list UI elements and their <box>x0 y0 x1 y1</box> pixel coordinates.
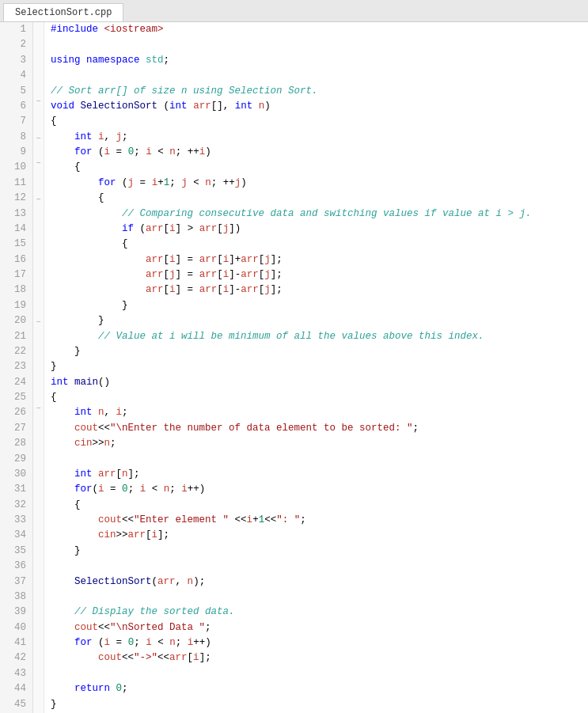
code-line: // Comparing consecutive data and switch… <box>51 207 588 222</box>
code-line: { <box>51 160 588 175</box>
fold-column: −−−−−− <box>33 22 44 713</box>
line-number: 29 <box>6 452 26 467</box>
code-line: SelectionSort(arr, n); <box>51 575 588 590</box>
fold-marker[interactable]: − <box>33 96 44 108</box>
line-number: 38 <box>6 590 26 605</box>
code-line <box>51 559 588 574</box>
code-line: arr[i] = arr[i]+arr[j]; <box>51 252 588 267</box>
fold-marker <box>33 501 44 514</box>
line-number: 39 <box>6 605 26 620</box>
line-number: 7 <box>6 114 26 129</box>
code-line: } <box>51 298 588 313</box>
line-number: 27 <box>6 421 26 436</box>
fold-marker <box>33 366 44 378</box>
line-number: 18 <box>6 283 26 298</box>
code-line: { <box>51 390 588 405</box>
fold-marker <box>33 390 44 403</box>
code-line: for (i = 0; i < n; ++i) <box>51 145 588 160</box>
code-line: } <box>51 697 588 712</box>
fold-marker <box>33 537 44 550</box>
line-number: 35 <box>6 544 26 559</box>
fold-marker[interactable]: − <box>33 157 44 170</box>
line-number: 42 <box>6 650 26 666</box>
line-number: 21 <box>6 329 26 344</box>
code-line: using namespace std; <box>51 53 588 68</box>
tab-bar: SelectionSort.cpp <box>0 0 588 22</box>
line-numbers: 1234567891011121314151617181920212223242… <box>0 22 33 713</box>
code-line: arr[j] = arr[i]-arr[j]; <box>51 267 588 283</box>
fold-marker <box>33 120 44 133</box>
line-number: 37 <box>6 575 26 590</box>
fold-marker <box>33 439 44 452</box>
line-number: 36 <box>6 559 26 574</box>
fold-marker <box>33 280 44 293</box>
line-number: 14 <box>6 222 26 237</box>
line-number: 45 <box>6 697 26 712</box>
code-line: { <box>51 498 588 513</box>
line-number: 32 <box>6 498 26 513</box>
fold-marker <box>33 292 44 305</box>
fold-marker <box>33 488 44 501</box>
line-number: 44 <box>6 681 26 696</box>
line-number: 10 <box>6 160 26 175</box>
file-tab[interactable]: SelectionSort.cpp <box>3 3 123 21</box>
fold-marker <box>33 550 44 563</box>
fold-marker <box>33 256 44 268</box>
code-line: for (j = i+1; j < n; ++j) <box>51 176 588 191</box>
fold-marker[interactable]: − <box>33 403 44 415</box>
code-line: cin>>n; <box>51 436 588 451</box>
code-line: for (i = 0; i < n; i++) <box>51 635 588 650</box>
code-line <box>51 37 588 52</box>
line-number: 24 <box>6 375 26 390</box>
code-line <box>51 590 588 605</box>
fold-marker <box>33 427 44 440</box>
code-line <box>51 452 588 467</box>
fold-marker <box>33 562 44 575</box>
line-number: 41 <box>6 635 26 650</box>
fold-marker[interactable]: − <box>33 317 44 329</box>
editor-window: SelectionSort.cpp 1234567891011121314151… <box>0 0 588 713</box>
code-line: { <box>51 114 588 129</box>
fold-marker <box>33 452 44 465</box>
fold-marker <box>33 415 44 427</box>
line-number: 31 <box>6 482 26 497</box>
code-line: // Value at i will be minimum of all the… <box>51 329 588 344</box>
fold-marker[interactable]: − <box>33 194 44 207</box>
code-line: { <box>51 237 588 252</box>
fold-marker <box>33 182 44 195</box>
code-line: void SelectionSort (int arr[], int n) <box>51 99 588 114</box>
code-content: #include <iostream> using namespace std;… <box>44 22 588 713</box>
code-line: // Display the sorted data. <box>51 605 588 620</box>
line-number: 30 <box>6 467 26 482</box>
code-area: 1234567891011121314151617181920212223242… <box>0 22 588 713</box>
fold-marker <box>33 71 44 84</box>
line-number: 9 <box>6 145 26 160</box>
code-line: cout<<"Enter element " <<i+1<<": "; <box>51 513 588 528</box>
code-line: // Sort arr[] of size n using Selection … <box>51 84 588 99</box>
line-number: 28 <box>6 436 26 451</box>
fold-marker <box>33 464 44 476</box>
fold-marker <box>33 169 44 182</box>
line-number: 17 <box>6 267 26 283</box>
fold-marker <box>33 218 44 231</box>
line-number: 23 <box>6 359 26 374</box>
line-number: 5 <box>6 84 26 99</box>
code-line: int n, i; <box>51 405 588 420</box>
line-number: 40 <box>6 620 26 635</box>
code-line: for(i = 0; i < n; i++) <box>51 482 588 497</box>
code-line: int arr[n]; <box>51 467 588 482</box>
fold-marker <box>33 329 44 342</box>
fold-marker[interactable]: − <box>33 133 44 146</box>
code-line: cout<<"\nSorted Data "; <box>51 620 588 635</box>
fold-marker <box>33 513 44 525</box>
line-number: 3 <box>6 53 26 68</box>
fold-marker <box>33 35 44 47</box>
line-number: 20 <box>6 313 26 328</box>
fold-marker <box>33 575 44 587</box>
fold-marker <box>33 305 44 317</box>
line-number: 33 <box>6 513 26 528</box>
fold-marker <box>33 22 44 35</box>
line-number: 2 <box>6 37 26 52</box>
line-number: 6 <box>6 99 26 114</box>
code-line: } <box>51 359 588 374</box>
